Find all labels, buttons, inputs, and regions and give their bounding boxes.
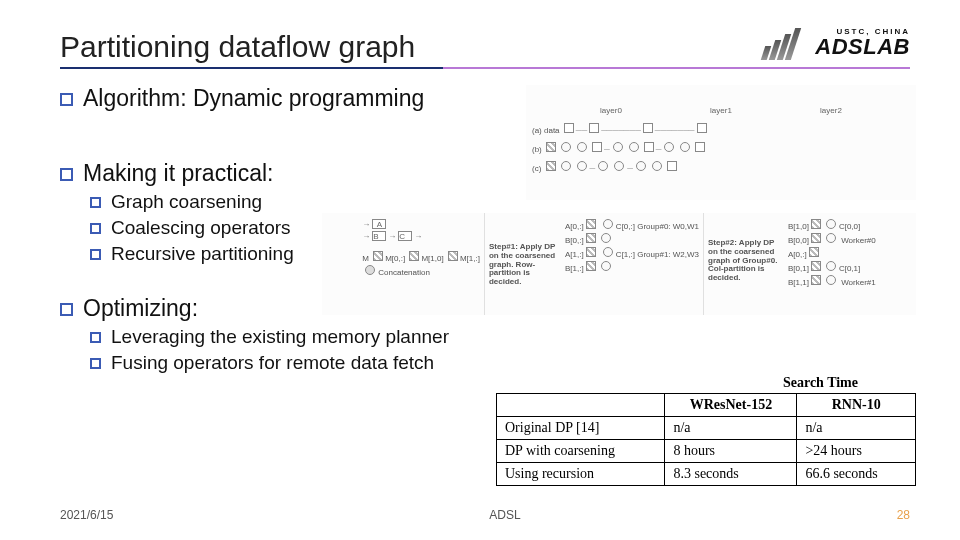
table-row: Using recursion 8.3 seconds 66.6 seconds: [497, 463, 916, 486]
row-label: (c): [532, 164, 541, 173]
figure-layers-diagram: layer0 layer1 layer2 (a) data ──────────…: [526, 85, 916, 200]
sub-bullet: Fusing operators for remote data fetch: [90, 352, 910, 374]
logo-bars-icon: [763, 26, 809, 60]
layer-label: layer1: [710, 106, 732, 115]
bullet-box-icon: [90, 197, 101, 208]
diag-label: A[0,:]: [788, 250, 807, 259]
bullet-box-icon: [60, 168, 73, 181]
table-header: WResNet-152: [665, 394, 797, 417]
figure-partition-steps: →A →B→C→ M M[0,:] M[1,0] M[1,:] Concaten…: [322, 213, 916, 315]
bullet-box-icon: [60, 303, 73, 316]
diag-label: A[0,:]: [565, 222, 584, 231]
diag-label: Group#0: W0,W1: [637, 222, 699, 231]
table-cell: Original DP [14]: [497, 417, 665, 440]
bullet-text: Fusing operators for remote data fetch: [111, 352, 434, 374]
footer-date: 2021/6/15: [60, 508, 113, 522]
diag-label: A[1,:]: [565, 250, 584, 259]
bullet-text: Leveraging the existing memory planner: [111, 326, 449, 348]
title-underline: [60, 67, 910, 69]
table-row: DP with coarsening 8 hours >24 hours: [497, 440, 916, 463]
diag-label: B[0,0]: [788, 236, 809, 245]
logo-main-text: ADSLAB: [815, 36, 910, 58]
search-time-table: Search Time WResNet-152 RNN-10 Original …: [496, 375, 916, 486]
table-cell: Using recursion: [497, 463, 665, 486]
diag-label: Concatenation: [378, 268, 430, 277]
diag-label: C[0,0]: [839, 222, 860, 231]
footer-page-number: 28: [897, 508, 910, 522]
row-label: (a) data: [532, 126, 560, 135]
step1-caption: Step#1: Apply DP on the coarsened graph.…: [489, 242, 555, 286]
slide-title: Partitioning dataflow graph: [60, 30, 415, 63]
diag-label: Group#1: W2,W3: [637, 250, 699, 259]
diag-label: B[1,0]: [788, 222, 809, 231]
diag-label: B[0,1]: [788, 264, 809, 273]
table-header: RNN-10: [797, 394, 916, 417]
table-cell: n/a: [665, 417, 797, 440]
footer-center: ADSL: [489, 508, 520, 522]
table-row: Original DP [14] n/a n/a: [497, 417, 916, 440]
bullet-box-icon: [90, 358, 101, 369]
bullet-text: Graph coarsening: [111, 191, 262, 213]
table-header: [497, 394, 665, 417]
bullet-box-icon: [90, 249, 101, 260]
diag-label: C[0,:]: [616, 222, 635, 231]
diag-label: M[0,:]: [385, 254, 405, 263]
bullet-text: Coalescing operators: [111, 217, 291, 239]
bullet-text: Recursive partitioning: [111, 243, 294, 265]
table-cell: n/a: [797, 417, 916, 440]
bullet-box-icon: [90, 223, 101, 234]
diag-label: Worker#1: [841, 278, 876, 287]
layer-label: layer0: [600, 106, 622, 115]
logo: USTC, CHINA ADSLAB: [763, 26, 910, 60]
diag-label: B[1,:]: [565, 264, 584, 273]
table-cell: >24 hours: [797, 440, 916, 463]
bullet-box-icon: [60, 93, 73, 106]
diag-label: M[1,:]: [460, 254, 480, 263]
row-label: (b): [532, 145, 542, 154]
table-cell: 8.3 seconds: [665, 463, 797, 486]
step2-caption: Step#2: Apply DP on the coarsened graph …: [708, 238, 777, 282]
table-cell: 8 hours: [665, 440, 797, 463]
sub-bullet: Leveraging the existing memory planner: [90, 326, 910, 348]
diag-label: M[1,0]: [421, 254, 443, 263]
bullet-text: Algorithm: Dynamic programming: [83, 85, 424, 112]
diag-label: C[1,:]: [616, 250, 635, 259]
diag-label: B[0,:]: [565, 236, 584, 245]
table-cell: DP with coarsening: [497, 440, 665, 463]
bullet-text: Making it practical:: [83, 160, 273, 187]
layer-label: layer2: [820, 106, 842, 115]
table-caption: Search Time: [496, 375, 916, 393]
bullet-box-icon: [90, 332, 101, 343]
bullet-text: Optimizing:: [83, 295, 198, 322]
diag-label: C[0,1]: [839, 264, 860, 273]
diag-label: B[1,1]: [788, 278, 809, 287]
table-cell: 66.6 seconds: [797, 463, 916, 486]
diag-label: Worker#0: [841, 236, 876, 245]
